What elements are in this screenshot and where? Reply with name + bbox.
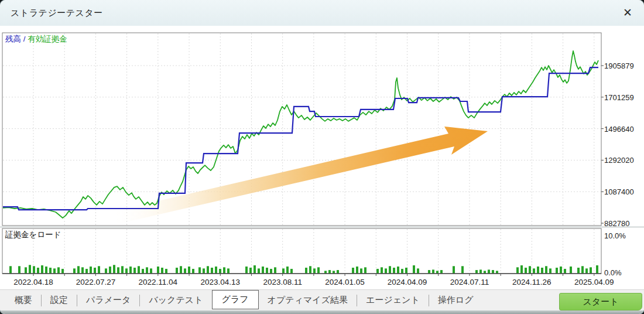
margin-load-bar [117,267,119,274]
margin-load-bar [33,266,35,274]
margin-load-bar [227,268,229,274]
margin-load-bar [266,268,268,274]
margin-load-bar [549,268,551,274]
margin-load-bar [207,266,209,274]
margin-load-bar [274,267,276,274]
x-axis-date-label: 2024.11.26 [512,278,551,286]
margin-load-bar [73,268,76,274]
margin-load-bar [492,270,494,274]
margin-load-bar [188,267,190,274]
y-axis-label: 1292020 [604,156,634,165]
margin-axis-label: 0.0% [604,268,622,277]
margin-load-bar [203,268,205,274]
margin-load-bar [385,268,387,274]
margin-load-bar [461,266,464,274]
margin-load-bar [81,267,84,274]
margin-load-bar [533,268,535,274]
margin-load-bar [305,268,307,274]
margin-load-bar [270,269,272,274]
x-axis-date-label: 2024.07.11 [450,278,489,286]
y-axis-label: 1496640 [604,125,634,134]
margin-load-bar [590,267,592,274]
margin-load-bar [219,269,221,274]
margin-load-bar [45,267,47,274]
margin-load-bar [282,268,285,274]
window-title: ストラテジーテスター [11,8,103,19]
margin-load-bar [475,270,478,274]
tab-操作ログ[interactable]: 操作ログ [429,292,482,309]
margin-load-bar [488,269,490,274]
margin-load-bar [560,267,562,274]
tab-バックテスト[interactable]: バックテスト [140,292,211,309]
margin-load-bar [198,267,201,274]
balance-equity-chart[interactable]: 1905879170125914966401292020108740088278… [0,26,644,289]
tab-bar: 概要設定パラメータバックテストグラフオプティマイズ結果エージェント操作ログ スタ… [0,289,644,310]
margin-load-bar [245,267,248,274]
margin-load-bar [313,268,316,274]
margin-load-bar [41,265,43,274]
margin-load-bar [98,266,100,274]
margin-load-bar [192,269,194,274]
tab-オプティマイズ結果[interactable]: オプティマイズ結果 [259,292,357,309]
margin-panel-label: 証拠金をロード [5,230,61,239]
margin-load-bar [105,268,107,274]
x-axis-date-label: 2023.08.11 [263,278,302,286]
margin-load-bar [516,267,519,274]
margin-load-bar [29,265,31,274]
start-button[interactable]: スタート [559,293,642,310]
margin-load-bar [211,268,213,274]
margin-load-bar [596,265,598,274]
margin-load-bar [381,267,383,274]
margin-load-bar [180,266,182,274]
margin-load-bar [254,265,256,274]
y-axis-label: 1087400 [604,187,634,196]
margin-load-bar [317,267,320,274]
x-axis-date-label: 2022.11.04 [139,278,178,286]
y-axis-label: 1905879 [604,62,634,70]
margin-load-bar [215,267,217,274]
margin-axis-label: 10.0% [604,231,626,240]
window-bottom-edge [0,310,644,314]
margin-load-bar [337,270,339,274]
margin-load-bar [165,269,167,274]
margin-load-bar [121,266,124,274]
margin-load-bar [564,269,566,274]
x-axis-date-label: 2024.04.09 [388,278,427,286]
tab-list: 概要設定パラメータバックテストグラフオプティマイズ結果エージェント操作ログ [6,291,482,309]
margin-load-bar [525,268,527,274]
x-axis-date-label: 2022.04.18 [13,278,53,286]
margin-load-bar [309,266,311,274]
margin-load-bar [577,268,580,274]
margin-load-bar [176,268,178,274]
margin-load-bar [389,266,391,274]
y-axis-label: 1701259 [604,93,634,102]
margin-load-bar [397,267,399,274]
margin-load-bar [57,267,60,274]
margin-load-bar [85,269,88,274]
strategy-tester-window: ストラテジーテスター ✕ 190587917012591496640129202… [0,0,644,314]
margin-load-bar [453,266,455,274]
margin-load-bar [133,268,136,274]
tab-概要[interactable]: 概要 [6,292,41,309]
margin-load-bar [479,269,482,274]
margin-load-bar [184,268,186,274]
margin-load-bar [223,267,225,274]
margin-load-bar [570,267,572,274]
titlebar: ストラテジーテスター ✕ [0,0,644,26]
tab-グラフ[interactable]: グラフ [212,290,259,309]
margin-load-bar [249,268,252,274]
margin-load-bar [376,269,379,274]
x-axis-date-label: 2023.04.13 [200,278,240,286]
margin-load-bar [9,266,12,274]
margin-load-bar [18,266,20,274]
margin-load-bar [157,267,159,274]
tab-エージェント[interactable]: エージェント [357,292,429,309]
tab-パラメータ[interactable]: パラメータ [77,292,139,309]
close-icon[interactable]: ✕ [623,5,632,21]
margin-load-bar [142,269,144,274]
margin-load-bar [146,267,148,274]
margin-load-bar [393,268,395,274]
tab-設定[interactable]: 設定 [42,292,77,309]
margin-load-bar [541,268,543,274]
panel-splitter[interactable] [0,226,644,228]
